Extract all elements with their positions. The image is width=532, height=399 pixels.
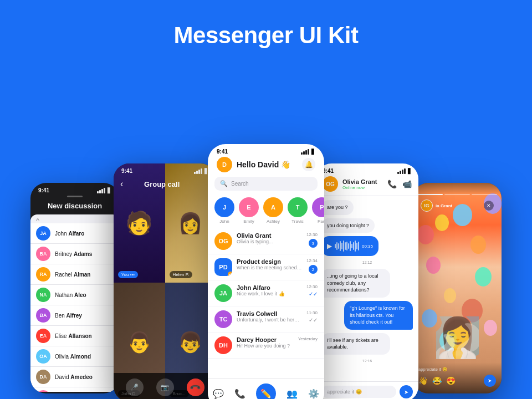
balloons-decoration [413,183,502,393]
avatar-row: J John E Emily A Ashley T Travis P Pau [208,195,324,228]
group-indicator: +3 [228,272,232,276]
story-close-button[interactable]: ✕ [484,201,494,211]
chat-item[interactable]: JA John Alfaro Nice work, I love it 👍 12… [208,280,324,306]
chat-info: Olivia Grant Olivia is typing... [237,232,302,244]
contact-avatar: EA [36,329,50,343]
avatar-emily: E [239,197,259,217]
chat-item[interactable]: OG Olivia Grant Olivia is typing... 12:3… [208,228,324,254]
chat-avatar: DH [214,336,232,354]
phone1-battery: ▋ [108,188,111,193]
greeting-section: D Hello David 👋 [217,157,290,172]
phone-story: 🧖‍♀️ IG ia Grant ✕ [413,183,502,393]
person-icon-2: 👩 [178,212,203,235]
avatar-item[interactable]: J John [214,197,234,224]
phone4-time: 9:41 [323,168,334,174]
send-button[interactable]: ➤ [400,385,413,398]
chat-contact-name: Olivia Grant [342,178,383,185]
search-bar[interactable]: 🔍 Search [214,177,318,191]
contact-avatar: RA [36,267,50,282]
chat-item[interactable]: TC Travis Colwell Unfortunaly, I won't b… [208,306,324,332]
phone-contacts: 9:41 ▋ New discussion A [30,183,119,393]
phone3-status-bar: 9:41 ▋ [208,144,324,155]
chat-preview: Unfortunaly, I won't be here today... [237,317,302,323]
chat-info: Product design When is the meeting sched… [237,258,302,270]
contact-item[interactable]: RA Rachel Alman [30,264,119,285]
avatar-name: Emily [243,219,254,224]
olivia-avatar: OG [323,176,338,192]
avatar-ashley: A [263,197,283,217]
person-in-story: 🧖‍♀️ [433,315,482,360]
reaction-wave[interactable]: 👋 [418,376,428,385]
title-section: Messenger UI Kit [0,0,532,65]
tab-contacts[interactable]: 👥 [287,388,298,399]
voice-wave [335,241,359,252]
tab-settings[interactable]: ⚙️ [308,388,319,399]
mute-button[interactable]: 🎤 [126,378,144,396]
contact-name: Elise Allanson [55,333,92,339]
reaction-love[interactable]: 😍 [446,376,456,385]
chat-preview: When is the meeting scheduled ? [237,265,302,270]
message-input[interactable]: appreciate it 😊 [321,386,396,398]
chat-name: Travis Colwell [237,310,302,317]
chat-preview: Hi! How are you doing ? [237,343,294,349]
avatar-item[interactable]: E Emily [239,197,259,224]
avatar-item[interactable]: A Ashley [263,197,283,224]
tab-calls[interactable]: 📞 [234,388,245,399]
contact-item[interactable]: DA David Amedeo [30,367,119,387]
search-placeholder: Search [231,181,249,187]
avatar-item[interactable]: P Paul [312,197,324,224]
contact-item[interactable]: MA Monica Antman [30,387,119,392]
phone-icon[interactable]: 📞 [387,180,397,188]
chat-time: 11:30 [306,310,318,315]
group-call-title: Group call [144,180,180,188]
chat-name: Darcy Hooper [237,336,294,343]
contact-item[interactable]: BA Britney Adams [30,244,119,264]
contact-item[interactable]: BA Ben Alfrey [30,305,119,326]
phone3-battery: ▋ [311,149,315,155]
avatar-name: Travis [291,219,303,224]
chat-info: Travis Colwell Unfortunaly, I won't be h… [237,310,302,323]
delivered-indicator: ✓✓ [309,317,318,323]
avatar-name: Ashley [267,219,280,224]
chat-item[interactable]: PD +3 Product design When is the meeting… [208,254,324,280]
page-background: Messenger UI Kit 9:41 ▋ [0,0,532,399]
chat-item[interactable]: DH Darcy Hooper Hi! How are you doing ? … [208,332,324,359]
play-icon[interactable]: ▶ [327,242,332,250]
chat-avatar: TC [214,310,232,328]
chat-meta: 12:30 3 [306,232,318,248]
contact-name: Britney Adams [55,251,92,257]
end-call-button[interactable]: 📞 [187,378,204,396]
notification-bell[interactable]: 🔔 [302,158,315,171]
story-bottom: appreciate it 😊 👋 😂 😍 ➤ [413,362,502,393]
avatar-paul: P [312,197,324,217]
send-story-icon: ➤ [488,378,492,383]
contact-item[interactable]: OA Olivia Almond [30,346,119,367]
contact-item[interactable]: JA John Alfaro [30,223,119,244]
chat-actions: 📞 📹 [387,180,412,188]
back-icon[interactable]: ‹ [120,179,123,189]
tab-compose-active[interactable]: ✏️ [256,383,276,399]
video-call-icon[interactable]: 📹 [402,180,412,188]
you-label: You ••• [121,272,135,277]
phone4-battery: ▋ [408,168,412,174]
reaction-laugh[interactable]: 😂 [432,376,442,385]
contact-avatar: BA [36,247,50,261]
story-send-button[interactable]: ➤ [484,375,496,387]
contact-item[interactable]: EA Elise Allanson [30,326,119,346]
you-badge: You ••• [118,271,138,278]
phone1-status-bar: 9:41 ▋ [30,183,119,196]
settings-icon: ⚙️ [308,388,319,399]
reaction-buttons: 👋 😂 😍 [418,376,456,385]
chat-avatar: JA [214,284,232,302]
msg-timestamp: 12:12 [321,260,413,264]
person-icon-4: 👦 [178,331,203,354]
contact-item[interactable]: NA Nathan Aleo [30,285,119,305]
phone3-signal [301,149,309,155]
chat-meta: Yesterday [298,336,318,341]
avatar-item[interactable]: T Travis [288,197,308,224]
video-icon: 📷 [161,383,169,391]
phone1-header: New discussion [30,200,119,214]
tab-messages[interactable]: 💬 [213,388,224,399]
end-call-icon: 📞 [190,381,202,393]
video-off-button[interactable]: 📷 [156,378,174,396]
